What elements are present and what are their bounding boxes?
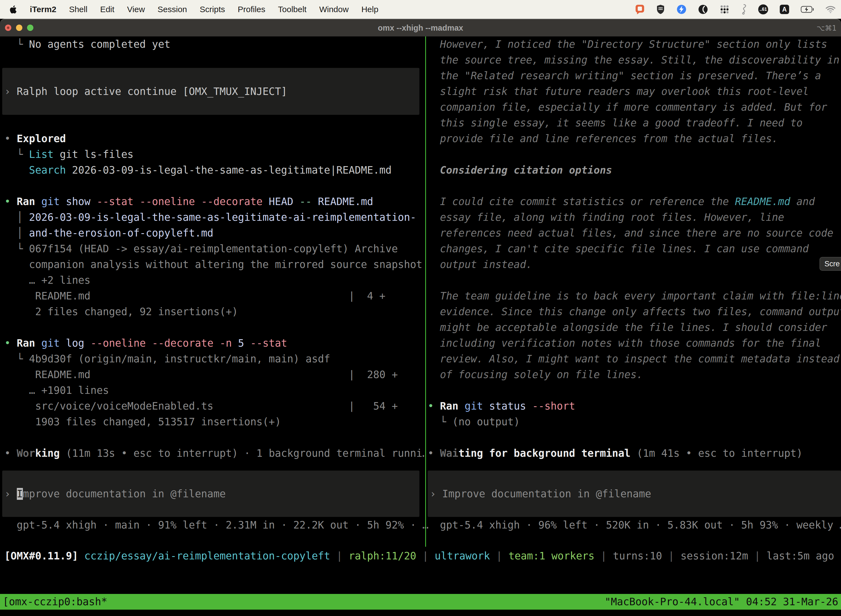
tooltip-label: Scre: [825, 256, 840, 272]
security-shield-icon[interactable]: [656, 4, 665, 14]
session-status-left: gpt-5.4 xhigh · main · 91% left · 2.31M …: [4, 517, 437, 533]
reasoning-paragraph-1: However, I noticed the "Directory Struct…: [428, 37, 841, 147]
working-status-line: • Working (11m 13s • esc to interrupt) ·…: [4, 446, 424, 461]
window-title: omx --xhigh --madmax: [0, 19, 841, 37]
menu-bar-status-icons: ..61 A: [635, 4, 841, 15]
tmux-session-label: [omx-cczip0:bash*: [3, 594, 107, 610]
menu-item-toolbelt[interactable]: Toolbelt: [278, 5, 306, 14]
menu-bar: iTerm2 Shell Edit View Session Scripts P…: [0, 0, 841, 19]
window-title-bar[interactable]: omx --xhigh --madmax ⌥⌘1: [0, 19, 841, 37]
chat-app-icon[interactable]: [635, 4, 645, 14]
session-status-right: gpt-5.4 xhigh · 96% left · 520K in · 5.8…: [428, 517, 841, 533]
wifi-icon[interactable]: [826, 6, 835, 13]
menu-item-scripts[interactable]: Scripts: [200, 5, 225, 14]
omx-status-bar: [OMX#0.11.9] cczip/essay/ai-reimplementa…: [4, 548, 834, 564]
reasoning-paragraph-2: I could cite commit statistics or refere…: [428, 194, 841, 273]
menu-bar-left: iTerm2 Shell Edit View Session Scripts P…: [0, 5, 378, 14]
squiggle-icon[interactable]: [741, 4, 747, 15]
screen-edge-tooltip: Scre: [819, 257, 841, 271]
menu-item-help[interactable]: Help: [362, 5, 378, 14]
dot-grid-icon[interactable]: [719, 4, 730, 14]
git-show-tool-output: • Ran git show --stat --oneline --decora…: [4, 194, 424, 320]
input-source-label: A: [782, 6, 787, 13]
apple-menu-icon[interactable]: [10, 5, 17, 14]
reasoning-heading: Considering citation options: [428, 162, 841, 178]
agents-status-line: └ No agents completed yet: [4, 37, 424, 52]
menu-item-profiles[interactable]: Profiles: [237, 5, 265, 14]
bolt-badge-icon[interactable]: [677, 4, 687, 14]
battery-charging-icon[interactable]: [801, 6, 814, 13]
prompt-input-left[interactable]: › Improve documentation in @filename: [2, 471, 419, 517]
menu-item-shell[interactable]: Shell: [69, 5, 88, 14]
battery-percent-label: ..61: [760, 7, 767, 12]
input-source-icon[interactable]: A: [780, 5, 789, 14]
git-log-tool-output: • Ran git log --oneline --decorate -n 5 …: [4, 335, 424, 430]
ralph-loop-banner: › Ralph loop active continue [OMX_TMUX_I…: [2, 68, 419, 115]
tmux-status-bar: [omx-cczip0:bash* "MacBook-Pro-44.local"…: [0, 594, 841, 610]
notch-circle-icon[interactable]: [698, 4, 708, 14]
menu-item-session[interactable]: Session: [158, 5, 187, 14]
terminal: └ No agents completed yet › Ralph loop a…: [0, 37, 841, 616]
menu-item-edit[interactable]: Edit: [100, 5, 114, 14]
git-status-tool-output: • Ran git status --short └ (no output): [428, 398, 841, 430]
waiting-status-line: • Waiting for background terminal (1m 41…: [428, 446, 841, 461]
reasoning-paragraph-3: The team guideline is to back every impo…: [428, 288, 841, 383]
explored-tool-summary: • Explored └ List git ls-files Search 20…: [4, 131, 424, 178]
pane-divider[interactable]: [425, 37, 426, 547]
prompt-input-right[interactable]: › Improve documentation in @filename: [428, 471, 841, 517]
window-shortcut-badge: ⌥⌘1: [816, 19, 837, 37]
menu-item-iterm2[interactable]: iTerm2: [30, 5, 56, 14]
tmux-host-clock-label: "MacBook-Pro-44.local" 04:52 31-Mar-26: [605, 594, 838, 610]
menu-item-view[interactable]: View: [127, 5, 145, 14]
battery-percent-badge[interactable]: ..61: [758, 4, 768, 14]
menu-item-window[interactable]: Window: [319, 5, 349, 14]
